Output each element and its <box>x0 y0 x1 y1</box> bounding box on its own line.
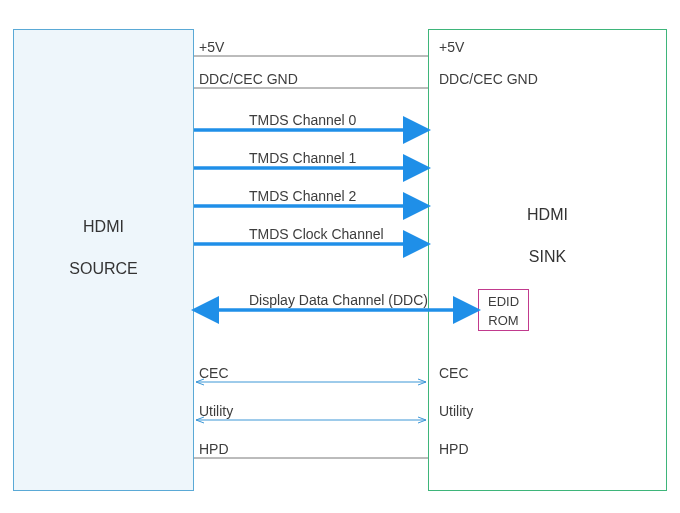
label-util-left: Utility <box>199 403 233 419</box>
label-cec-left: CEC <box>199 365 229 381</box>
label-tmds0: TMDS Channel 0 <box>249 112 356 128</box>
hdmi-source-box: HDMI SOURCE <box>13 29 194 491</box>
label-util-right: Utility <box>439 403 473 419</box>
label-ddc: Display Data Channel (DDC) <box>249 292 428 308</box>
edid-rom-box: EDID ROM <box>478 289 529 331</box>
label-gnd-left: DDC/CEC GND <box>199 71 298 87</box>
label-gnd-right: DDC/CEC GND <box>439 71 538 87</box>
sink-title-1: HDMI <box>429 206 666 224</box>
label-tmds1: TMDS Channel 1 <box>249 150 356 166</box>
label-cec-right: CEC <box>439 365 469 381</box>
hdmi-sink-box: HDMI SINK <box>428 29 667 491</box>
edid-line2: ROM <box>479 311 528 330</box>
source-title-2: SOURCE <box>14 260 193 278</box>
diagram-canvas: HDMI SOURCE HDMI SINK EDID ROM <box>0 0 680 513</box>
label-hpd-left: HPD <box>199 441 229 457</box>
label-tmds-clk: TMDS Clock Channel <box>249 226 384 242</box>
edid-line1: EDID <box>479 292 528 311</box>
source-title-1: HDMI <box>14 218 193 236</box>
label-tmds2: TMDS Channel 2 <box>249 188 356 204</box>
sink-title-2: SINK <box>429 248 666 266</box>
label-5v-left: +5V <box>199 39 224 55</box>
label-5v-right: +5V <box>439 39 464 55</box>
label-hpd-right: HPD <box>439 441 469 457</box>
